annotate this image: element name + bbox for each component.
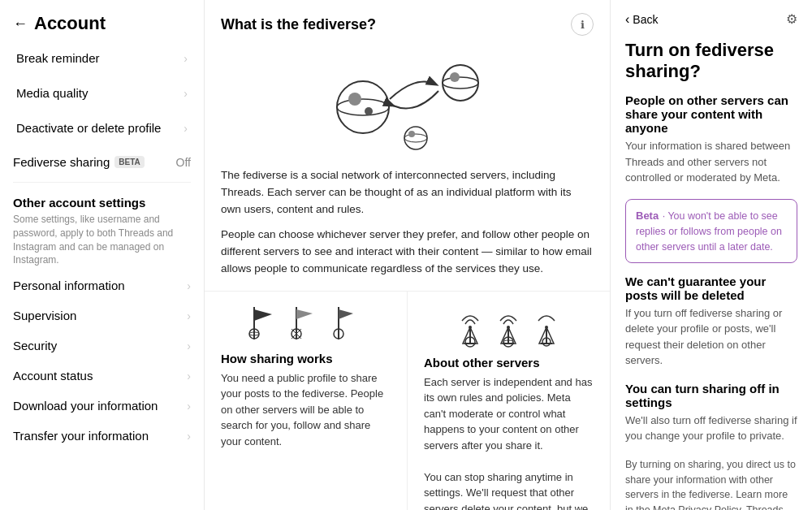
chevron-right-icon: ›: [187, 370, 191, 382]
radio-tower-1: [456, 303, 485, 348]
radio-tower-2: [495, 303, 523, 348]
sidebar-item-fediverse[interactable]: Fediverse sharing BETA Off: [0, 145, 204, 179]
svg-point-9: [408, 131, 415, 137]
how-sharing-left: How sharing works You need a public prof…: [205, 292, 408, 510]
fediverse-desc-2: People can choose whichever server they …: [221, 227, 594, 278]
svg-point-7: [404, 127, 427, 149]
sidebar-back-button[interactable]: ← Account: [0, 0, 204, 41]
back-button[interactable]: ‹ Back: [625, 12, 658, 27]
right-section-sharing: People on other servers can share your c…: [625, 93, 797, 186]
middle-header: What is the fediverse? ℹ: [205, 0, 610, 42]
right-main-title: Turn on fediverse sharing?: [625, 40, 797, 82]
section2-text: If you turn off fediverse sharing or del…: [625, 305, 797, 369]
svg-point-6: [450, 72, 460, 82]
svg-point-25: [507, 326, 510, 329]
divider: [13, 182, 191, 183]
sidebar-item-security[interactable]: Security ›: [0, 331, 204, 361]
chevron-right-icon: ›: [184, 122, 188, 135]
sidebar-item-media-quality[interactable]: Media quality ›: [3, 76, 201, 110]
right-content: Turn on fediverse sharing? People on oth…: [611, 35, 812, 510]
other-account-desc: Some settings, like username and passwor…: [13, 213, 191, 267]
beta-info-box: Beta · You won't be able to see replies …: [625, 199, 797, 263]
flag-icon-2: [290, 303, 322, 344]
fediverse-status: Off: [176, 156, 191, 169]
middle-panel: What is the fediverse? ℹ: [205, 0, 611, 510]
flag-icon-1: [248, 303, 280, 344]
radio-tower-3: [533, 303, 561, 348]
section4-text: By turning on sharing, you direct us to …: [625, 457, 797, 510]
right-header: ‹ Back ⚙: [611, 0, 812, 35]
how-sharing-section: How sharing works You need a public prof…: [205, 291, 610, 510]
info-icon-button[interactable]: ℹ: [571, 13, 594, 36]
right-section-delete: We can't guarantee your posts will be de…: [625, 274, 797, 369]
section3-title: You can turn sharing off in settings: [625, 382, 797, 409]
sidebar-item-transfer-info[interactable]: Transfer your information ›: [0, 421, 204, 451]
chevron-right-icon: ›: [184, 52, 188, 65]
svg-point-1: [337, 99, 389, 115]
svg-point-0: [337, 81, 389, 133]
svg-point-5: [443, 77, 478, 89]
chevron-right-icon: ›: [187, 400, 191, 413]
chevron-right-icon: ›: [187, 430, 191, 443]
section3-text: We'll also turn off fediverse sharing if…: [625, 413, 797, 444]
about-servers-text: Each server is independent and has its o…: [424, 374, 594, 510]
sidebar-item-account-status[interactable]: Account status ›: [0, 361, 204, 391]
svg-point-4: [443, 65, 478, 101]
svg-point-3: [365, 107, 373, 115]
back-arrow-icon: ←: [13, 15, 28, 32]
other-account-title: Other account settings: [13, 196, 191, 210]
right-panel: ‹ Back ⚙ Turn on fediverse sharing? Peop…: [611, 0, 812, 510]
svg-point-2: [348, 93, 361, 106]
sidebar-item-download-info[interactable]: Download your information ›: [0, 391, 204, 421]
middle-description: The fediverse is a social network of int…: [205, 167, 610, 286]
sidebar-item-break-reminder[interactable]: Break reminder ›: [3, 41, 201, 75]
chevron-right-icon: ›: [187, 339, 191, 352]
chevron-right-icon: ›: [187, 309, 191, 322]
svg-point-21: [469, 326, 472, 329]
chevron-right-icon: ›: [184, 87, 188, 100]
svg-point-30: [545, 326, 548, 329]
how-sharing-title: How sharing works: [221, 352, 391, 365]
middle-title: What is the fediverse?: [221, 16, 376, 33]
back-chevron-icon: ‹: [625, 12, 629, 27]
about-servers-title: About other servers: [424, 356, 594, 370]
chevron-right-icon: ›: [187, 279, 191, 292]
fediverse-desc-1: The fediverse is a social network of int…: [221, 167, 594, 218]
beta-label: Beta: [636, 210, 659, 222]
back-label: Back: [633, 13, 658, 26]
fediverse-illustration: [205, 42, 610, 167]
other-account-settings-section: Other account settings Some settings, li…: [0, 186, 204, 270]
section1-title: People on other servers can share your c…: [625, 93, 797, 135]
settings-icon[interactable]: ⚙: [786, 11, 797, 27]
flag-icon-3: [332, 303, 365, 344]
sidebar-title: Account: [34, 13, 106, 34]
sidebar-item-supervision[interactable]: Supervision ›: [0, 300, 204, 331]
sidebar-item-personal-info[interactable]: Personal information ›: [0, 270, 204, 300]
about-servers-right: About other servers Each server is indep…: [408, 292, 610, 510]
section1-text: Your information is shared between Threa…: [625, 138, 797, 186]
sidebar: ← Account Break reminder › Media quality…: [0, 0, 205, 510]
sidebar-item-deactivate[interactable]: Deactivate or delete profile ›: [3, 111, 201, 145]
how-sharing-text: You need a public profile to share your …: [221, 370, 391, 450]
fediverse-diagram: [318, 50, 497, 156]
section2-title: We can't guarantee your posts will be de…: [625, 274, 797, 302]
svg-point-8: [404, 134, 427, 142]
right-section-turn-off: You can turn sharing off in settings We'…: [625, 382, 797, 444]
beta-badge: BETA: [114, 156, 144, 168]
